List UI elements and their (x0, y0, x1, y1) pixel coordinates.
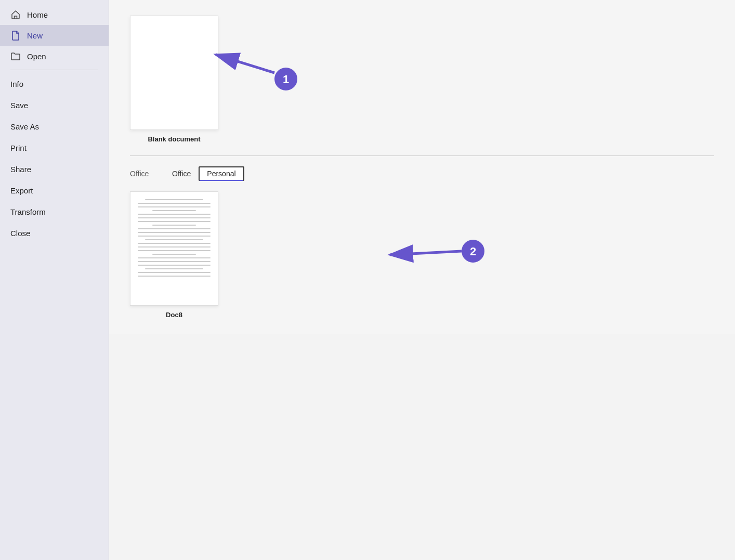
sidebar-item-close[interactable]: Close (0, 223, 109, 244)
sidebar-item-info[interactable]: Info (0, 73, 109, 95)
sidebar-item-save-as[interactable]: Save As (0, 116, 109, 137)
doc-line-6 (138, 217, 211, 218)
doc-line-5 (138, 214, 211, 215)
new-doc-icon (10, 30, 21, 41)
sidebar-item-home-label: Home (27, 10, 48, 19)
sidebar-item-save-as-label: Save As (10, 122, 39, 131)
doc-line-12 (145, 239, 203, 240)
doc-line-18 (138, 261, 211, 262)
sidebar-item-new-label: New (27, 31, 43, 40)
sidebar-item-export-label: Export (10, 186, 33, 195)
doc-line-11 (138, 236, 211, 237)
sidebar-item-home[interactable]: Home (0, 4, 109, 25)
doc-line-8 (152, 225, 196, 226)
sidebar-item-transform[interactable]: Transform (0, 201, 109, 223)
main-content-wrapper: Blank document Office Office Personal (109, 0, 735, 560)
templates-row: Office Office Personal (130, 166, 714, 181)
sidebar: Home New Open Info Save Save As Print Sh… (0, 0, 109, 560)
doc-line-9 (138, 228, 211, 229)
doc8-label: Doc8 (166, 311, 182, 319)
doc-line-10 (138, 232, 211, 233)
sidebar-item-close-label: Close (10, 229, 30, 238)
doc-line-14 (138, 246, 211, 248)
sidebar-item-save[interactable]: Save (0, 95, 109, 116)
sidebar-item-open-label: Open (27, 52, 46, 61)
sidebar-item-transform-label: Transform (10, 207, 46, 216)
tab-personal[interactable]: Personal (199, 166, 244, 181)
doc-line-1 (145, 199, 203, 200)
doc-line-17 (138, 257, 211, 258)
doc-line-13 (138, 243, 211, 244)
sidebar-item-print-label: Print (10, 144, 27, 152)
sidebar-item-export[interactable]: Export (0, 180, 109, 201)
sidebar-item-share-label: Share (10, 165, 31, 174)
doc-line-21 (138, 272, 211, 273)
doc-line-7 (138, 221, 211, 222)
doc-line-4 (152, 210, 196, 211)
sidebar-item-print[interactable]: Print (0, 137, 109, 159)
doc-line-20 (145, 268, 203, 269)
section-divider (130, 155, 714, 156)
blank-doc-preview (130, 16, 218, 130)
doc-line-19 (138, 265, 211, 266)
doc8-template[interactable]: Doc8 (130, 191, 218, 319)
sidebar-item-save-label: Save (10, 101, 28, 110)
sidebar-divider (10, 70, 98, 70)
doc-line-2 (138, 203, 211, 204)
templates-category-label: Office (130, 170, 156, 178)
doc8-preview (130, 191, 218, 306)
main-content: Blank document Office Office Personal (109, 0, 735, 334)
doc-line-3 (138, 206, 211, 207)
doc-line-16 (152, 254, 196, 255)
doc-line-22 (138, 276, 211, 277)
folder-icon (10, 51, 21, 61)
sidebar-item-new[interactable]: New (0, 25, 109, 46)
home-icon (10, 9, 21, 20)
sidebar-item-share[interactable]: Share (0, 159, 109, 180)
tab-office[interactable]: Office (164, 167, 199, 180)
sidebar-item-open[interactable]: Open (0, 46, 109, 67)
blank-document-template[interactable]: Blank document (130, 16, 218, 143)
blank-doc-label: Blank document (148, 135, 200, 143)
sidebar-item-info-label: Info (10, 80, 23, 88)
doc-line-15 (138, 250, 211, 251)
